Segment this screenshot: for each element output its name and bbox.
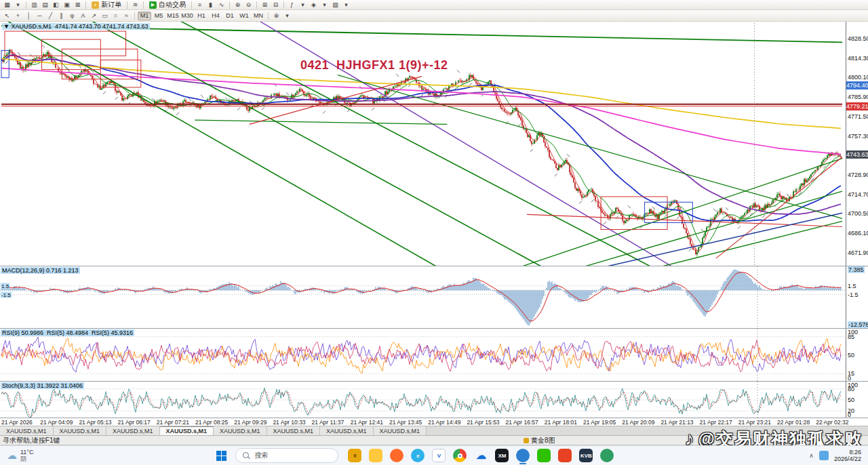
trendline-tool-icon[interactable]: ╱ xyxy=(45,12,56,20)
market-watch-icon[interactable]: ▥ xyxy=(29,1,39,9)
stochastic-panel[interactable]: Stoch(9,3,3) 31.3922 31.0406 1008050200 xyxy=(0,382,868,418)
macd-axis[interactable]: 7.3851.5-1.5-12.578 xyxy=(846,266,868,328)
gold-trading-app-icon[interactable]: ¥ xyxy=(347,446,363,465)
zoom-in-icon[interactable]: ⊕ xyxy=(233,1,243,9)
trendline-15[interactable] xyxy=(607,213,842,266)
taskbar-weather-widget[interactable]: ☁ 11°C阴 xyxy=(0,446,40,465)
firefox-browser-icon[interactable] xyxy=(389,446,405,465)
status-profile[interactable]: 黄金8图 xyxy=(524,436,555,445)
wave-tool-icon[interactable]: ≈ xyxy=(121,12,132,20)
depth-of-market-icon[interactable]: ≋ xyxy=(130,1,140,9)
arrow-tool-icon[interactable]: ↗ xyxy=(89,12,99,20)
tray-chevron-icon[interactable]: ∧ xyxy=(809,452,814,459)
channel-tool-icon[interactable]: ∥ xyxy=(56,12,66,20)
edge-browser-icon[interactable]: e xyxy=(410,446,426,465)
tray-message-icon[interactable] xyxy=(819,451,829,460)
v-app-icon[interactable]: V xyxy=(431,446,447,465)
vertical-line-tool-icon[interactable]: │ xyxy=(24,12,34,20)
trendline-5[interactable] xyxy=(195,120,447,124)
auto-trading-button[interactable]: ▶自动交易 xyxy=(146,1,189,9)
timeframe-w1-button[interactable]: W1 xyxy=(237,12,251,20)
stochastic-plot[interactable] xyxy=(0,382,846,418)
drawn-rectangle-4[interactable] xyxy=(601,197,667,229)
symbol-dropdown-icon[interactable]: ▼ xyxy=(3,23,9,30)
data-window-icon[interactable]: ▤ xyxy=(40,1,50,9)
drawn-rectangle-0[interactable] xyxy=(5,31,126,56)
trendline-13[interactable] xyxy=(527,214,842,226)
trendline-14[interactable] xyxy=(716,157,842,258)
cursor-tool-icon[interactable]: ↖ xyxy=(2,12,12,20)
chart-tab-7[interactable]: XAUUSD.s,M1 xyxy=(374,426,427,435)
timeframe-m1-button[interactable]: M1 xyxy=(138,12,151,20)
magnifier-dropdown-icon[interactable]: ⊕ xyxy=(271,12,281,20)
timeframe-m30-button[interactable]: M30 xyxy=(180,12,194,20)
crosshair-tool-icon[interactable]: + xyxy=(13,12,23,20)
chart-candles-icon[interactable]: ▮ xyxy=(205,1,216,9)
chart-line-icon[interactable]: ∿ xyxy=(216,1,226,9)
ellipse-tool-icon[interactable]: ○ xyxy=(111,12,121,20)
rsi-axis[interactable]: 1008550150 xyxy=(846,329,868,381)
zoom-out-icon[interactable]: ⊖ xyxy=(243,1,254,9)
text-tool-icon[interactable]: A xyxy=(78,12,88,20)
navigator-icon[interactable]: ◧ xyxy=(51,1,61,9)
macd-panel[interactable]: MACD(12,26,9) 0.716 1.213 7.3851.5-1.5-1… xyxy=(0,266,868,329)
mt4-terminal-icon[interactable] xyxy=(515,446,531,465)
timeframe-d1-button[interactable]: D1 xyxy=(223,12,237,20)
periods-caret-icon[interactable]: ▾ xyxy=(319,1,330,9)
macd-plot[interactable] xyxy=(0,266,846,329)
time-axis-label: 21 Apr 23:21 xyxy=(738,419,771,426)
horizontal-line-tool-icon[interactable]: ─ xyxy=(35,12,45,20)
security-shield-icon[interactable] xyxy=(599,446,615,465)
timeframe-h4-button[interactable]: H4 xyxy=(209,12,222,20)
chart-tab-4[interactable]: XAUUSD.s,M1 xyxy=(214,426,267,435)
chart-tab-0[interactable]: XAUUSD.s,M1 xyxy=(0,426,54,435)
time-axis[interactable]: 21 Apr 202621 Apr 04:0921 Apr 05:1321 Ap… xyxy=(0,418,868,426)
timeframe-m5-button[interactable]: M5 xyxy=(152,12,165,20)
cascade-windows-icon[interactable]: ⊟ xyxy=(271,1,281,9)
chart-tab-6[interactable]: XAUUSD.s,M1 xyxy=(320,426,374,435)
system-tray[interactable]: ∧ 8:26 2026/4/22 xyxy=(809,449,868,462)
strategy-tester-icon[interactable]: ⊠ xyxy=(73,1,83,9)
templates-dropdown[interactable]: ▨ xyxy=(330,1,340,9)
chart-bars-icon[interactable]: ≡ xyxy=(195,1,205,9)
tile-windows-icon[interactable]: ⊞ xyxy=(260,1,270,9)
terminal-icon[interactable]: ▣ xyxy=(62,1,72,9)
drawn-rectangle-6[interactable] xyxy=(1,50,9,77)
onedrive-cloud-icon[interactable]: ☁ xyxy=(473,446,489,465)
netease-app-icon[interactable] xyxy=(557,446,573,465)
kvb-app-icon[interactable]: KVB xyxy=(578,446,594,465)
chart-profiles-icon[interactable]: ▾ xyxy=(13,1,23,9)
taskbar-search[interactable]: 搜索 xyxy=(235,448,338,463)
templates-caret-icon[interactable]: ▾ xyxy=(341,1,351,9)
file-explorer-icon[interactable] xyxy=(368,446,384,465)
chart-tab-3[interactable]: XAUUSD.s,M1 xyxy=(160,426,214,435)
macd-left-level-label: -1.5 xyxy=(1,291,12,298)
taskbar-clock[interactable]: 8:26 2026/4/22 xyxy=(834,449,861,462)
fibonacci-tool-icon[interactable]: φ xyxy=(67,12,77,20)
chart-tab-2[interactable]: XAUUSD.s,M1 xyxy=(106,426,160,435)
xm-app-icon[interactable]: XM xyxy=(494,446,510,465)
indicators-caret-icon[interactable]: ▾ xyxy=(298,1,308,9)
periods-dropdown[interactable]: ◈ xyxy=(309,1,319,9)
chart-tab-1[interactable]: XAUUSD.s,M1 xyxy=(54,426,107,435)
trendline-12[interactable] xyxy=(250,77,422,125)
price-axis[interactable]: 4828.504814.304800.104785.904771.504757.… xyxy=(846,22,868,266)
rsi-panel[interactable]: RSI(9) 50.9986 RSI(5) 48.4984 RSI(5) 45.… xyxy=(0,329,868,382)
price-chart[interactable]: ▼ XAUUSD.s,M1 4741.74 4743.70 4741.74 47… xyxy=(0,22,868,266)
rsi-plot[interactable] xyxy=(0,329,846,382)
wechat-icon[interactable] xyxy=(536,446,552,465)
timeframe-mn-button[interactable]: MN xyxy=(252,12,265,20)
chrome-browser-icon[interactable] xyxy=(452,446,468,465)
macd-axis-label: 1.5 xyxy=(848,283,856,289)
stochastic-axis[interactable]: 1008050200 xyxy=(846,382,868,418)
indicators-dropdown[interactable]: ƒ xyxy=(287,1,297,9)
toolbar-more-icon[interactable]: ▾ xyxy=(282,12,292,20)
chart-tab-5[interactable]: XAUUSD.s,M1 xyxy=(267,426,321,435)
rectangle-tool-icon[interactable]: ▭ xyxy=(100,12,110,20)
trendline-9[interactable] xyxy=(624,221,842,266)
start-button[interactable] xyxy=(211,446,231,465)
new-chart-icon[interactable]: ▦ xyxy=(2,1,12,9)
timeframe-m15-button[interactable]: M15 xyxy=(166,12,180,20)
new-order-button[interactable]: +新订单 xyxy=(89,1,124,9)
timeframe-h1-button[interactable]: H1 xyxy=(195,12,208,20)
